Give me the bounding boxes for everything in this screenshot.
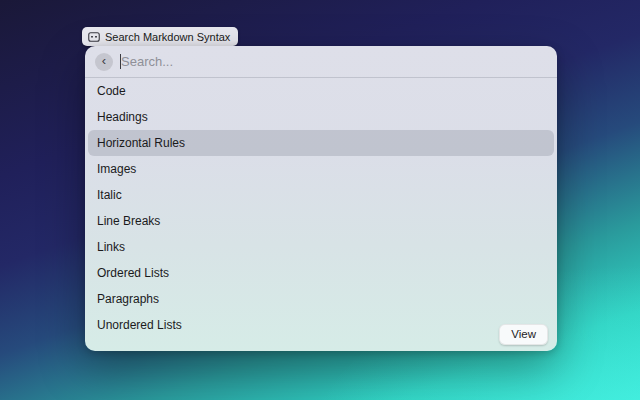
list-item[interactable]: Code (88, 78, 554, 104)
list-item-label: Code (97, 84, 126, 98)
list-item-label: Unordered Lists (97, 318, 182, 332)
text-caret (120, 54, 121, 69)
back-button[interactable]: ‹ (95, 53, 113, 71)
list-item-selected[interactable]: Horizontal Rules (88, 130, 554, 156)
list-item-label: Italic (97, 188, 122, 202)
search-input[interactable] (113, 54, 547, 69)
shortcut-badge-label: Search Markdown Syntax (105, 31, 230, 43)
keyboard-shortcut-icon (88, 32, 100, 42)
list-item[interactable]: Links (88, 234, 554, 260)
list-item-label: Links (97, 240, 125, 254)
list-item-label: Paragraphs (97, 292, 159, 306)
list-item[interactable]: Italic (88, 182, 554, 208)
chevron-left-icon: ‹ (102, 53, 106, 69)
list-item-label: Line Breaks (97, 214, 160, 228)
view-button[interactable]: View (499, 324, 548, 345)
list-item[interactable]: Ordered Lists (88, 260, 554, 286)
list-item[interactable]: Line Breaks (88, 208, 554, 234)
search-field-wrapper (113, 46, 547, 77)
list-item[interactable]: Paragraphs (88, 286, 554, 312)
list-item-label: Images (97, 162, 136, 176)
list-item[interactable]: Unordered Lists (88, 312, 554, 338)
list-item-label: Headings (97, 110, 148, 124)
shortcut-badge[interactable]: Search Markdown Syntax (82, 27, 238, 46)
search-bar: ‹ (85, 46, 557, 78)
search-panel: ‹ Code Headings Horizontal Rules Images … (85, 46, 557, 351)
list-item[interactable]: Images (88, 156, 554, 182)
list-item-label: Ordered Lists (97, 266, 169, 280)
list-item[interactable]: Headings (88, 104, 554, 130)
syntax-list: Code Headings Horizontal Rules Images It… (85, 78, 557, 338)
list-item-label: Horizontal Rules (97, 136, 185, 150)
